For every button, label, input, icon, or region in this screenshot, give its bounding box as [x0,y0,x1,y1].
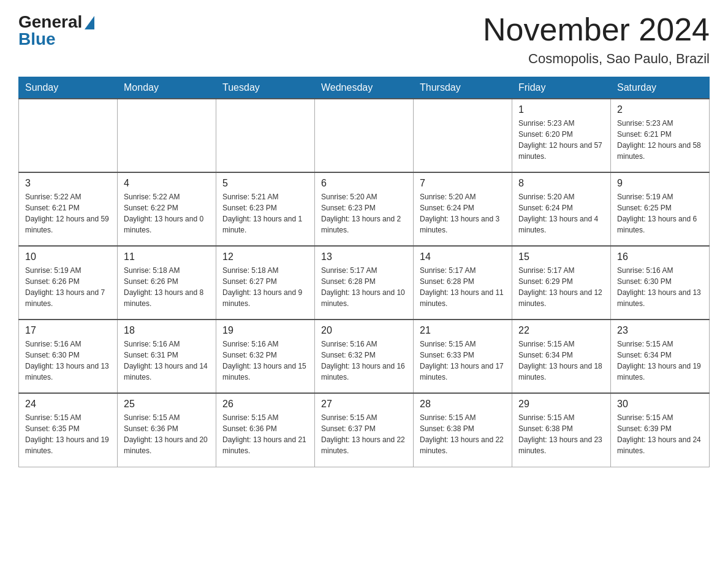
calendar-cell: 16Sunrise: 5:16 AMSunset: 6:30 PMDayligh… [611,246,710,320]
day-number: 8 [518,178,604,189]
calendar-cell [216,99,315,172]
day-number: 26 [222,399,308,410]
calendar-cell: 29Sunrise: 5:15 AMSunset: 6:38 PMDayligh… [512,393,611,467]
day-info: Sunrise: 5:15 AMSunset: 6:34 PMDaylight:… [518,339,604,383]
calendar-cell: 20Sunrise: 5:16 AMSunset: 6:32 PMDayligh… [315,320,414,393]
calendar-cell: 27Sunrise: 5:15 AMSunset: 6:37 PMDayligh… [315,393,414,467]
day-info: Sunrise: 5:18 AMSunset: 6:26 PMDaylight:… [124,265,210,309]
day-number: 29 [518,399,604,410]
day-info: Sunrise: 5:18 AMSunset: 6:27 PMDaylight:… [222,265,308,309]
calendar-cell [19,99,118,172]
calendar-table: SundayMondayTuesdayWednesdayThursdayFrid… [18,77,710,467]
week-row-3: 10Sunrise: 5:19 AMSunset: 6:26 PMDayligh… [19,246,710,320]
calendar-cell: 14Sunrise: 5:17 AMSunset: 6:28 PMDayligh… [414,246,512,320]
day-info: Sunrise: 5:15 AMSunset: 6:36 PMDaylight:… [124,412,210,456]
day-info: Sunrise: 5:19 AMSunset: 6:25 PMDaylight:… [617,191,703,236]
day-number: 23 [617,325,703,336]
day-info: Sunrise: 5:15 AMSunset: 6:39 PMDaylight:… [617,412,703,456]
day-info: Sunrise: 5:15 AMSunset: 6:35 PMDaylight:… [25,412,111,456]
day-info: Sunrise: 5:20 AMSunset: 6:24 PMDaylight:… [420,191,506,236]
calendar-cell: 1Sunrise: 5:23 AMSunset: 6:20 PMDaylight… [512,99,611,172]
day-number: 15 [518,251,604,262]
day-info: Sunrise: 5:21 AMSunset: 6:23 PMDaylight:… [222,191,308,236]
page-header: General Blue November 2024 Cosmopolis, S… [18,12,710,67]
day-info: Sunrise: 5:16 AMSunset: 6:30 PMDaylight:… [617,265,703,309]
calendar-cell: 17Sunrise: 5:16 AMSunset: 6:30 PMDayligh… [19,320,118,393]
day-number: 9 [617,178,703,189]
calendar-cell: 15Sunrise: 5:17 AMSunset: 6:29 PMDayligh… [512,246,611,320]
calendar-cell: 13Sunrise: 5:17 AMSunset: 6:28 PMDayligh… [315,246,414,320]
day-info: Sunrise: 5:19 AMSunset: 6:26 PMDaylight:… [25,265,111,309]
day-info: Sunrise: 5:16 AMSunset: 6:32 PMDaylight:… [321,339,407,383]
week-row-5: 24Sunrise: 5:15 AMSunset: 6:35 PMDayligh… [19,393,710,467]
day-number: 20 [321,325,407,336]
day-info: Sunrise: 5:15 AMSunset: 6:33 PMDaylight:… [420,339,506,383]
calendar-cell: 11Sunrise: 5:18 AMSunset: 6:26 PMDayligh… [118,246,216,320]
day-number: 6 [321,178,407,189]
day-number: 28 [420,399,506,410]
calendar-cell: 25Sunrise: 5:15 AMSunset: 6:36 PMDayligh… [118,393,216,467]
calendar-cell: 10Sunrise: 5:19 AMSunset: 6:26 PMDayligh… [19,246,118,320]
weekday-header-monday: Monday [118,77,216,99]
calendar-cell: 24Sunrise: 5:15 AMSunset: 6:35 PMDayligh… [19,393,118,467]
day-number: 7 [420,178,506,189]
calendar-cell: 2Sunrise: 5:23 AMSunset: 6:21 PMDaylight… [611,99,710,172]
calendar-cell: 28Sunrise: 5:15 AMSunset: 6:38 PMDayligh… [414,393,512,467]
day-info: Sunrise: 5:15 AMSunset: 6:38 PMDaylight:… [420,412,506,456]
day-info: Sunrise: 5:22 AMSunset: 6:21 PMDaylight:… [25,191,111,236]
title-area: November 2024 Cosmopolis, Sao Paulo, Bra… [483,12,710,67]
day-number: 3 [25,178,111,189]
calendar-cell: 22Sunrise: 5:15 AMSunset: 6:34 PMDayligh… [512,320,611,393]
weekday-header-wednesday: Wednesday [315,77,414,99]
day-number: 12 [222,251,308,262]
day-info: Sunrise: 5:20 AMSunset: 6:23 PMDaylight:… [321,191,407,236]
calendar-cell: 4Sunrise: 5:22 AMSunset: 6:22 PMDaylight… [118,172,216,246]
calendar-cell: 7Sunrise: 5:20 AMSunset: 6:24 PMDaylight… [414,172,512,246]
day-info: Sunrise: 5:23 AMSunset: 6:20 PMDaylight:… [518,118,604,162]
day-number: 25 [124,399,210,410]
day-number: 30 [617,399,703,410]
day-number: 10 [25,251,111,262]
day-number: 13 [321,251,407,262]
calendar-cell: 6Sunrise: 5:20 AMSunset: 6:23 PMDaylight… [315,172,414,246]
day-number: 24 [25,399,111,410]
day-info: Sunrise: 5:16 AMSunset: 6:32 PMDaylight:… [222,339,308,383]
calendar-cell: 30Sunrise: 5:15 AMSunset: 6:39 PMDayligh… [611,393,710,467]
weekday-header-sunday: Sunday [19,77,118,99]
week-row-4: 17Sunrise: 5:16 AMSunset: 6:30 PMDayligh… [19,320,710,393]
calendar-cell: 3Sunrise: 5:22 AMSunset: 6:21 PMDaylight… [19,172,118,246]
day-info: Sunrise: 5:15 AMSunset: 6:38 PMDaylight:… [518,412,604,456]
day-number: 22 [518,325,604,336]
weekday-header-row: SundayMondayTuesdayWednesdayThursdayFrid… [19,77,710,99]
weekday-header-saturday: Saturday [611,77,710,99]
day-number: 11 [124,251,210,262]
day-number: 1 [518,104,604,115]
calendar-cell: 21Sunrise: 5:15 AMSunset: 6:33 PMDayligh… [414,320,512,393]
day-number: 4 [124,178,210,189]
calendar-cell: 18Sunrise: 5:16 AMSunset: 6:31 PMDayligh… [118,320,216,393]
day-info: Sunrise: 5:15 AMSunset: 6:36 PMDaylight:… [222,412,308,456]
logo-area: General Blue [18,12,94,49]
day-info: Sunrise: 5:23 AMSunset: 6:21 PMDaylight:… [617,118,703,162]
calendar-cell [414,99,512,172]
day-info: Sunrise: 5:16 AMSunset: 6:31 PMDaylight:… [124,339,210,383]
day-number: 5 [222,178,308,189]
calendar-cell: 8Sunrise: 5:20 AMSunset: 6:24 PMDaylight… [512,172,611,246]
calendar-cell: 26Sunrise: 5:15 AMSunset: 6:36 PMDayligh… [216,393,315,467]
week-row-1: 1Sunrise: 5:23 AMSunset: 6:20 PMDaylight… [19,99,710,172]
calendar-cell [118,99,216,172]
day-number: 14 [420,251,506,262]
day-info: Sunrise: 5:16 AMSunset: 6:30 PMDaylight:… [25,339,111,383]
day-info: Sunrise: 5:15 AMSunset: 6:34 PMDaylight:… [617,339,703,383]
calendar-cell: 23Sunrise: 5:15 AMSunset: 6:34 PMDayligh… [611,320,710,393]
location-title: Cosmopolis, Sao Paulo, Brazil [483,51,710,67]
day-number: 19 [222,325,308,336]
calendar-cell: 12Sunrise: 5:18 AMSunset: 6:27 PMDayligh… [216,246,315,320]
weekday-header-thursday: Thursday [414,77,512,99]
calendar-cell: 5Sunrise: 5:21 AMSunset: 6:23 PMDaylight… [216,172,315,246]
day-number: 17 [25,325,111,336]
calendar-cell: 19Sunrise: 5:16 AMSunset: 6:32 PMDayligh… [216,320,315,393]
day-number: 18 [124,325,210,336]
month-title: November 2024 [483,12,710,47]
calendar-cell [315,99,414,172]
